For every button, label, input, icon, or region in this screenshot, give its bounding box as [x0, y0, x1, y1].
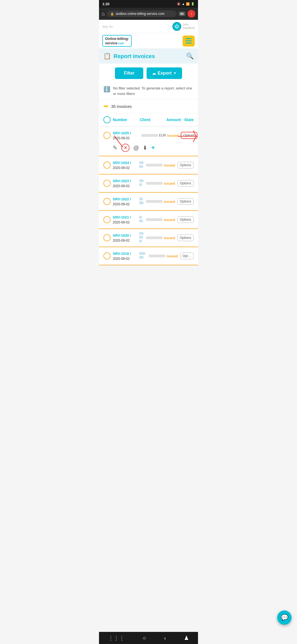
invoice-link-7[interactable]: SRV-1019 / — [113, 252, 131, 256]
row-client-2 — [139, 161, 144, 169]
row-amount-3: issued — [146, 181, 175, 185]
invoice-date-4: 2020-09-02 — [113, 202, 130, 206]
row-client-5 — [139, 216, 144, 223]
invoice-row: SRV-1021 / 2020-09-02 issued Options — [99, 211, 198, 229]
invoice-link-3[interactable]: SRV-1023 / — [113, 179, 131, 183]
invoice-link-5[interactable]: SRV-1021 / — [113, 215, 131, 219]
client-blur — [139, 240, 142, 242]
client-blur — [139, 201, 144, 204]
export-label: Export — [158, 71, 172, 76]
cloud-icon: ☁ — [152, 71, 156, 75]
amount-blur-7 — [149, 255, 165, 257]
page-title-content: 📋 Report invoices — [103, 53, 155, 60]
invoice-row-main: SRV-1021 / 2020-09-02 issued Options — [103, 214, 194, 226]
amount-blur-1 — [141, 134, 158, 137]
row-client-3 — [139, 179, 144, 187]
client-blur — [139, 232, 144, 235]
header-client: Client — [140, 118, 164, 122]
status-time: 1:20 — [102, 2, 109, 6]
search-icon[interactable]: 🔍 — [186, 53, 194, 60]
row-client-4 — [139, 198, 144, 205]
row-number-6: SRV-1020 / 2020-09-02 — [113, 233, 137, 243]
invoice-row: SRV-1023 / 2020-09-02 issued Options — [99, 174, 198, 193]
url-bar[interactable]: 🔒 andbox.online-billing-service.com — [107, 10, 177, 17]
options-button-5[interactable]: Options — [177, 216, 194, 223]
invoice-link-6[interactable]: SRV-1020 / — [113, 233, 131, 238]
row-checkbox-3[interactable] — [103, 180, 111, 187]
user-avatar: ⏻ — [172, 22, 181, 31]
email-icon[interactable]: @ — [133, 145, 139, 151]
options-button-2[interactable]: Options — [177, 162, 194, 168]
invoice-row-main: SRV-1025 / 2020-09-02 EUR issued Options — [103, 129, 194, 141]
browser-bar: ⌂ 🔒 andbox.online-billing-service.com 66… — [99, 8, 198, 20]
row-number-2: SRV-1024 / 2020-09-02 — [113, 160, 137, 170]
invoice-link-2[interactable]: SRV-1024 / — [113, 161, 131, 165]
state-4: issued — [164, 200, 175, 204]
row-amount-6: issued — [146, 236, 175, 240]
amount-blur-3 — [146, 182, 163, 185]
menu-line-2 — [186, 40, 192, 41]
invoice-link-4[interactable]: SRV-1022 / — [113, 197, 131, 201]
status-icons: 🔇 ▲ 📶 🔋 — [177, 2, 195, 6]
invoice-row: SRV-1019 / 2020-09-02 issued Opt… — [99, 247, 198, 265]
url-text: andbox.online-billing-service.com — [116, 12, 164, 16]
row-checkbox-7[interactable] — [103, 252, 111, 260]
upload-button[interactable]: ↑ — [188, 10, 195, 18]
report-icon: 📋 — [103, 53, 111, 60]
count-bar: ➡ 35 invoices — [99, 99, 198, 113]
amount-blur-4 — [146, 200, 163, 203]
download-icon[interactable]: ⬇ — [143, 144, 147, 151]
options-button-7[interactable]: Opt… — [180, 253, 194, 259]
client-blur — [139, 220, 143, 222]
invoice-row: SRV-1022 / 2020-09-02 issued Options — [99, 193, 198, 211]
row-number-5: SRV-1021 / 2020-09-02 — [113, 215, 137, 225]
client-blur — [139, 198, 143, 200]
state-2: issued — [164, 163, 175, 167]
tab-count[interactable]: 66 — [179, 12, 185, 16]
invoice-link-1[interactable]: SRV-1025 / — [113, 131, 131, 135]
battery-icon: 🔋 — [191, 2, 195, 6]
export-button[interactable]: ☁ Export ▼ — [147, 67, 182, 79]
notice-bar: ℹ️ No filter selected. To generate a rep… — [99, 83, 198, 99]
menu-button[interactable] — [183, 36, 195, 47]
close-icon[interactable]: ✕ — [121, 144, 130, 152]
app-by-text: app by — [102, 25, 113, 28]
invoice-row-main: SRV-1024 / 2020-09-02 issued Options — [103, 159, 194, 171]
row-checkbox-5[interactable] — [103, 216, 111, 223]
options-button-4[interactable]: Options — [177, 198, 194, 205]
lock-icon: 🔒 — [110, 12, 114, 16]
filter-button[interactable]: Filter — [115, 67, 143, 79]
invoice-date-3: 2020-09-02 — [113, 184, 130, 188]
user-info[interactable]: ⏻ John [sandbox] — [172, 22, 195, 31]
state-7: issued — [166, 254, 178, 258]
invoice-count: 35 invoices — [111, 104, 132, 109]
row-checkbox-6[interactable] — [103, 234, 111, 241]
table-header: Number Client Amount State — [99, 113, 198, 127]
row-checkbox-1[interactable] — [103, 132, 111, 139]
invoice-row-main: SRV-1019 / 2020-09-02 issued Opt… — [103, 250, 194, 262]
row-client-7 — [139, 252, 147, 260]
state-6: issued — [164, 236, 175, 240]
currency-1: EUR — [159, 133, 166, 137]
dropdown-arrow-icon: ▼ — [173, 71, 177, 75]
options-button-3[interactable]: Options — [177, 180, 194, 187]
add-icon[interactable]: + — [151, 144, 155, 151]
amount-blur-5 — [146, 218, 163, 221]
invoice-date-1: 2020-09-02 — [113, 136, 130, 140]
invoice-row: SRV-1025 / 2020-09-02 EUR issued Options… — [99, 127, 198, 156]
client-blur — [139, 179, 144, 182]
state-3: issued — [164, 181, 175, 185]
options-button-6[interactable]: Options — [177, 234, 194, 241]
logo-bar: Online-billing- service.com — [99, 33, 198, 49]
state-1: issued — [167, 133, 178, 138]
options-button-1[interactable]: Options — [181, 132, 197, 139]
edit-icon[interactable]: ✎ — [113, 144, 117, 151]
row-checkbox-2[interactable] — [103, 162, 111, 169]
notice-text: No filter selected. To generate a report… — [113, 86, 194, 96]
row-checkbox-4[interactable] — [103, 198, 111, 205]
home-icon[interactable]: ⌂ — [102, 11, 105, 17]
invoice-date-6: 2020-09-02 — [113, 239, 130, 242]
client-blur — [139, 161, 144, 164]
invoice-date-7: 2020-09-02 — [113, 257, 130, 261]
select-all-checkbox[interactable] — [103, 116, 111, 123]
